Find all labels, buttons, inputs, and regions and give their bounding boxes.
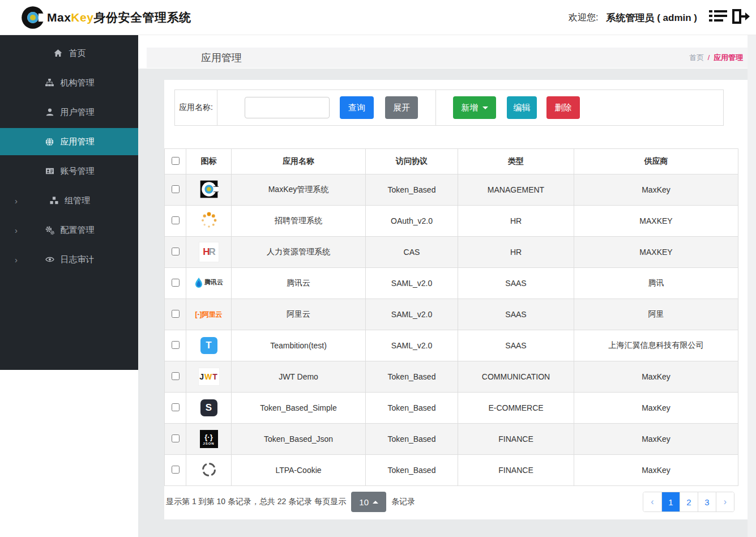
query-button[interactable]: 查询 (340, 96, 374, 119)
category-cell: SAAS (458, 268, 574, 299)
row-checkbox[interactable] (172, 248, 180, 255)
user-area: 欢迎您: 系统管理员 ( admin ) (569, 0, 750, 35)
sidebar-item-apps[interactable]: 应用管理 (0, 128, 138, 155)
app-name-cell: Teambition(test) (232, 330, 366, 361)
sidebar-item-org[interactable]: 机构管理 (0, 68, 138, 97)
prev-page-button[interactable]: ‹ (643, 492, 661, 512)
page-header: 应用管理 首页 / 应用管理 (147, 48, 748, 68)
column-header-vendor: 供应商 (574, 149, 738, 174)
category-cell: SAAS (458, 299, 574, 330)
scrollbar-track[interactable] (748, 35, 756, 537)
protocol-cell: CAS (366, 237, 458, 268)
category-cell: SAAS (458, 330, 574, 361)
column-header-icon: 图标 (186, 149, 232, 174)
cubes-icon (48, 196, 59, 205)
json-logo-icon: {·}JSON (200, 430, 218, 448)
table-row[interactable]: JWT JWT Demo Token_Based COMMUNICATION M… (165, 361, 738, 393)
table-row[interactable]: 腾讯云 腾讯云 SAML_v2.0 SAAS 腾讯 (165, 268, 738, 299)
tencent-cloud-icon: 腾讯云 (194, 277, 223, 288)
app-name-cell: 招聘管理系统 (232, 206, 366, 237)
brand-link[interactable]: MaxKey身份安全管理系统 (20, 0, 191, 35)
user-icon (44, 108, 55, 117)
page-button-2[interactable]: 2 (680, 492, 698, 512)
caret-up-icon (373, 501, 378, 504)
welcome-label: 欢迎您: (569, 12, 598, 24)
pager: ‹ 1 2 3 › (643, 492, 734, 512)
breadcrumb-current: 应用管理 (714, 53, 743, 62)
row-checkbox[interactable] (172, 466, 180, 474)
vendor-cell: 腾讯 (574, 268, 738, 299)
vendor-cell: MaxKey (574, 455, 738, 486)
vendor-cell: MaxKey (574, 393, 738, 424)
table-row[interactable]: T Teambition(test) SAML_v2.0 SAAS 上海汇翼信息… (165, 330, 738, 361)
sidebar-item-home[interactable]: 首页 (0, 39, 138, 68)
row-checkbox[interactable] (172, 434, 180, 442)
table-row[interactable]: {·}JSON Token_Based_Json Token_Based FIN… (165, 424, 738, 455)
protocol-cell: OAuth_v2.0 (366, 206, 458, 237)
column-header-category: 类型 (458, 149, 574, 174)
page-button-3[interactable]: 3 (698, 492, 716, 512)
vendor-cell: MaxKey (574, 174, 738, 206)
app-name-cell: 阿里云 (232, 299, 366, 330)
apps-table: 图标 应用名称 访问协议 类型 供应商 (164, 148, 738, 486)
home-icon (53, 49, 64, 58)
content-body: 应用名称: 查询 展开 新增 编辑 删除 (138, 69, 756, 537)
delete-button[interactable]: 删除 (546, 96, 580, 119)
chevron-right-icon: › (15, 196, 18, 206)
table-row[interactable]: LTPA-Cookie Token_Based FINANCE MaxKey (165, 455, 738, 486)
app-name-cell: Token_Based_Json (232, 424, 366, 455)
maxkey-logo-icon (20, 5, 45, 30)
row-checkbox[interactable] (172, 216, 180, 224)
row-checkbox[interactable] (172, 403, 180, 411)
app-name-cell: JWT Demo (232, 361, 366, 393)
page-header-area: 应用管理 首页 / 应用管理 (138, 35, 756, 69)
table-row[interactable]: HR 人力资源管理系统 CAS HR MAXKEY (165, 237, 738, 268)
edit-button[interactable]: 编辑 (507, 96, 537, 119)
breadcrumb: 首页 / 应用管理 (689, 53, 743, 63)
table-row[interactable]: 招聘管理系统 OAuth_v2.0 HR MAXKEY (165, 206, 738, 237)
sidebar-item-accounts[interactable]: 账号管理 (0, 156, 138, 186)
category-cell: MANAGEMENT (458, 174, 574, 206)
sidebar-item-groups[interactable]: › 组管理 (0, 186, 138, 215)
vendor-cell: 阿里 (574, 299, 738, 330)
sidebar-item-label: 组管理 (65, 195, 90, 206)
category-cell: E-COMMERCE (458, 393, 574, 424)
topbar: MaxKey身份安全管理系统 欢迎您: 系统管理员 ( admin ) (0, 0, 756, 35)
page-button-1[interactable]: 1 (661, 492, 680, 512)
add-button[interactable]: 新增 (453, 96, 496, 119)
breadcrumb-home-link[interactable]: 首页 (689, 53, 704, 62)
protocol-cell: Token_Based (366, 393, 458, 424)
select-all-checkbox[interactable] (172, 157, 180, 165)
vendor-cell: MAXKEY (574, 237, 738, 268)
row-checkbox[interactable] (172, 279, 180, 287)
sign-out-icon[interactable] (730, 8, 750, 27)
sidebar-item-users[interactable]: 用户管理 (0, 97, 138, 127)
list-icon[interactable] (708, 8, 728, 27)
sidebar-menu: 首页 机构管理 用户管理 (0, 35, 138, 370)
current-user-label: 系统管理员 ( admin ) (606, 11, 697, 24)
protocol-cell: SAML_v2.0 (366, 330, 458, 361)
sidebar-item-label: 配置管理 (61, 225, 95, 236)
aliyun-icon: [-]阿里云 (195, 310, 223, 319)
table-row[interactable]: [-]阿里云 阿里云 SAML_v2.0 SAAS 阿里 (165, 299, 738, 330)
protocol-cell: Token_Based (366, 424, 458, 455)
sidebar-item-audit[interactable]: › 日志审计 (0, 245, 138, 274)
table-row[interactable]: S Token_Based_Simple Token_Based E-COMME… (165, 393, 738, 424)
protocol-cell: Token_Based (366, 455, 458, 486)
app-name-input[interactable] (245, 97, 330, 118)
row-checkbox[interactable] (172, 341, 180, 349)
gears-icon (44, 225, 55, 235)
column-header-name: 应用名称 (232, 149, 366, 174)
apps-panel: 应用名称: 查询 展开 新增 编辑 删除 (164, 80, 748, 519)
next-page-button[interactable]: › (716, 492, 734, 512)
app-window: MaxKey身份安全管理系统 欢迎您: 系统管理员 ( admin ) (0, 0, 756, 537)
page-size-dropdown[interactable]: 10 (351, 492, 386, 512)
table-row[interactable]: MaxKey管理系统 Token_Based MANAGEMENT MaxKey (165, 174, 738, 206)
category-cell: HR (458, 237, 574, 268)
expand-button[interactable]: 展开 (385, 96, 418, 119)
row-checkbox[interactable] (172, 310, 180, 318)
sidebar-item-config[interactable]: › 配置管理 (0, 215, 138, 245)
row-checkbox[interactable] (172, 185, 180, 193)
row-checkbox[interactable] (172, 372, 180, 380)
spinner-dots-icon (200, 211, 218, 229)
